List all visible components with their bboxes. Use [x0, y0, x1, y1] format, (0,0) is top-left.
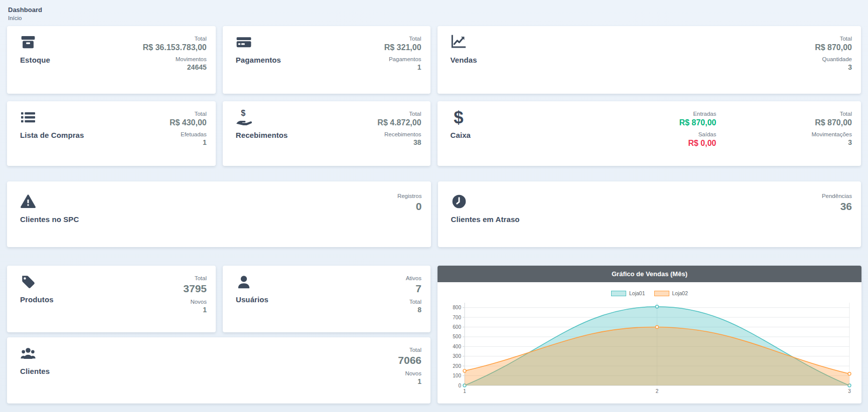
stat-value: 3: [811, 138, 852, 147]
cards-row-3: Clientes no SPC Registros 0 Clientes em …: [7, 181, 861, 247]
stat-value-saidas: R$ 0,00: [688, 138, 716, 148]
list-icon: [20, 109, 36, 125]
stat-movimentacoes: Movimentações 3: [811, 131, 852, 147]
stat-label: Total: [409, 298, 421, 306]
card-clientes-no-spc: Clientes no SPC Registros 0: [7, 181, 431, 247]
card-caixa: $ Caixa Entradas R$ 870,00 Saídas R$ 0,0…: [438, 101, 861, 166]
svg-text:800: 800: [453, 305, 461, 310]
clock-icon: [451, 193, 467, 210]
stat-label: Total: [183, 275, 207, 282]
stat-total: Total 7066: [398, 346, 421, 367]
stat-label: Total: [377, 110, 421, 118]
archive-box-icon: [20, 34, 36, 50]
card-produtos: Produtos Total 3795 Novos 1: [7, 266, 216, 332]
sales-line-chart[interactable]: 0100200300400500600700800123: [447, 299, 852, 398]
stat-label: Entradas: [679, 110, 716, 118]
svg-text:100: 100: [453, 373, 461, 378]
stat-pendencias: Pendências 36: [822, 192, 852, 213]
card-recebimentos: $ Recebimentos Total R$ 4.872,00 Recebim…: [223, 101, 430, 166]
stat-pagamentos: Pagamentos 1: [389, 56, 421, 72]
stat-value: 0: [397, 200, 422, 213]
svg-text:400: 400: [453, 344, 461, 349]
stat-label: Total: [170, 110, 207, 118]
svg-text:0: 0: [458, 383, 461, 388]
credit-card-icon: [236, 34, 252, 50]
stat-label: Movimentações: [811, 131, 852, 138]
svg-text:700: 700: [453, 315, 461, 320]
legend-item-loja01[interactable]: Loja01: [611, 290, 645, 296]
stat-saidas: Saídas R$ 0,00: [688, 131, 716, 148]
stat-value: 7066: [398, 354, 421, 367]
card-title: Usuários: [236, 295, 268, 304]
card-clientes: Clientes Total 7066 Novos 1: [7, 337, 430, 403]
card-title: Produtos: [20, 295, 54, 304]
stat-registros: Registros 0: [397, 192, 422, 213]
stat-label: Movimentos: [176, 56, 207, 63]
svg-text:$: $: [454, 109, 463, 125]
svg-text:600: 600: [453, 324, 461, 330]
card-pagamentos: Pagamentos Total R$ 321,00 Pagamentos 1: [223, 26, 430, 94]
stat-value: 1: [181, 138, 207, 147]
cards-row-1: Estoque Total R$ 36.153.783,00 Movimento…: [7, 26, 861, 94]
stat-movimentos: Movimentos 24645: [176, 56, 207, 72]
legend-label: Loja02: [672, 290, 688, 296]
card-title: Estoque: [20, 56, 50, 64]
hand-holding-dollar-icon: $: [236, 109, 252, 125]
card-lista-de-compras: Lista de Compras Total R$ 430,00 Efetuad…: [7, 101, 216, 166]
stat-label: Total: [815, 35, 852, 43]
stat-label: Pagamentos: [389, 56, 421, 63]
stat-value: 3: [822, 63, 852, 72]
card-title: Clientes em Atraso: [451, 215, 520, 224]
page-header: Dashboard Início: [7, 5, 861, 26]
dashboard-page: Dashboard Início Estoque Total R$ 36.153…: [0, 0, 868, 403]
stat-value: 36: [822, 200, 852, 213]
breadcrumb: Início: [8, 15, 861, 21]
stat-total: Total R$ 870,00: [815, 35, 852, 53]
stat-novos: Novos 1: [190, 298, 207, 314]
stat-total: Total R$ 36.153.783,00: [143, 35, 207, 53]
stat-value: R$ 4.872,00: [377, 118, 421, 128]
stat-value: 1: [405, 377, 421, 386]
stat-value-entradas: R$ 870,00: [679, 118, 716, 128]
warning-triangle-icon: [20, 193, 36, 210]
stat-total: Total R$ 430,00: [170, 110, 207, 128]
card-title: Clientes: [20, 367, 50, 375]
svg-text:1: 1: [463, 388, 466, 394]
chart-title: Gráfico de Vendas (Mês): [438, 266, 861, 282]
stat-total: Total 3795: [183, 275, 207, 295]
stat-label: Recebimentos: [384, 131, 421, 138]
stat-value: R$ 430,00: [170, 118, 207, 128]
cards-row-2: Lista de Compras Total R$ 430,00 Efetuad…: [7, 101, 861, 166]
legend-swatch-icon: [611, 291, 626, 296]
stat-novos: Novos 1: [405, 370, 421, 386]
stat-label: Novos: [405, 370, 421, 377]
card-title: Pagamentos: [236, 56, 281, 64]
svg-text:2: 2: [656, 388, 659, 394]
card-title: Vendas: [451, 56, 477, 64]
page-title: Dashboard: [8, 6, 861, 14]
svg-text:200: 200: [453, 363, 461, 369]
stat-ativos: Ativos 7: [406, 275, 421, 295]
stat-efetuadas: Efetuadas 1: [181, 131, 207, 147]
card-clientes-em-atraso: Clientes em Atraso Pendências 36: [438, 181, 861, 247]
svg-text:$: $: [241, 109, 245, 117]
chart-legend: Loja01Loja02: [611, 289, 688, 297]
card-title: Lista de Compras: [20, 131, 84, 139]
svg-text:3: 3: [848, 388, 851, 394]
stat-label: Quantidade: [822, 56, 852, 63]
stat-label: Novos: [190, 298, 207, 306]
stat-label: Saídas: [688, 131, 716, 138]
stat-entradas: Entradas R$ 870,00: [679, 110, 716, 128]
stat-value: R$ 36.153.783,00: [143, 43, 207, 53]
stat-label: Total: [384, 35, 421, 43]
stat-label: Total: [143, 35, 207, 43]
card-title: Recebimentos: [236, 131, 288, 139]
stat-value: 8: [409, 306, 421, 315]
card-estoque: Estoque Total R$ 36.153.783,00 Movimento…: [7, 26, 216, 94]
legend-item-loja02[interactable]: Loja02: [654, 290, 688, 296]
stat-value: 3795: [183, 282, 207, 295]
card-usuarios: Usuários Ativos 7 Total 8: [223, 266, 430, 332]
users-icon: [20, 345, 36, 361]
stat-label: Pendências: [822, 192, 852, 200]
stat-label: Total: [815, 110, 852, 118]
